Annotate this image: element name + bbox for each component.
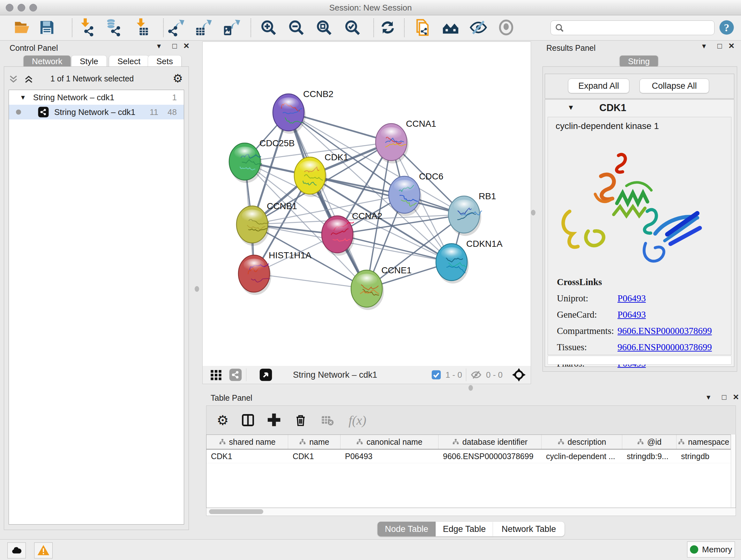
birdseye-toggle-icon[interactable] [259,368,273,381]
create-column-plus-icon[interactable]: ✚ [267,414,281,427]
network-node-cdkn1a[interactable]: CDKN1A [436,239,502,284]
import-network-file-button[interactable] [77,18,96,37]
network-node-cdc6[interactable]: CDC6 [389,172,443,216]
zoom-in-button[interactable] [259,18,278,37]
tab-select[interactable]: Select [109,56,149,67]
hidden-eye-slash-icon[interactable] [470,369,482,381]
table-row[interactable]: CDK1CDK1P064939606.ENSP00000378699cyclin… [206,449,736,463]
table-panel-float-icon[interactable]: □ [722,393,727,401]
results-scrollbar-track[interactable] [548,356,731,365]
save-session-button[interactable] [38,18,56,37]
crosslink-genecard-link[interactable]: P06493 [617,309,646,320]
column-header[interactable]: canonical name [340,435,439,449]
import-table-file-button[interactable] [132,18,151,37]
grid-mode-icon[interactable] [210,368,222,381]
memory-button[interactable]: Memory [687,542,735,557]
table-cell[interactable]: P06493 [340,449,439,463]
tab-network-table[interactable]: Network Table [493,522,564,537]
tab-style[interactable]: Style [71,56,107,67]
network-badge-icon[interactable] [229,368,242,381]
selected-checkbox-icon[interactable] [431,369,442,380]
collapse-all-networks-icon[interactable] [8,74,19,84]
section-expander-icon[interactable]: ▼ [567,104,575,112]
results-panel-menu-icon[interactable]: ▾ [702,42,706,51]
hide-selected-button[interactable] [469,18,488,37]
export-table-button[interactable] [194,18,212,37]
crosslink-compartments-link[interactable]: 9606.ENSP00000378699 [617,326,712,336]
tab-edge-table[interactable]: Edge Table [435,522,493,537]
network-node-hist1h1a[interactable]: HIST1H1A [239,250,312,295]
column-header[interactable]: shared name [206,435,288,449]
network-node-rb1[interactable]: RB1 [448,191,496,236]
crosslink-uniprot-link[interactable]: P06493 [617,293,646,304]
column-header[interactable]: namespace [677,435,731,449]
column-header[interactable]: name [288,435,340,449]
toolbar-separator [374,18,374,37]
table-vscrollbar[interactable] [731,435,736,507]
tab-node-table[interactable]: Node Table [378,522,435,537]
column-header[interactable]: description [542,435,622,449]
export-image-button[interactable] [222,18,241,37]
network-node-cdk1[interactable]: CDK1 [294,152,348,197]
show-all-button[interactable] [497,18,515,37]
control-panel-close-icon[interactable]: ✕ [183,42,190,51]
cloud-status-button[interactable] [7,543,26,558]
network-view-canvas[interactable]: CCNB2CCNA1CDC25BCDK1CDC6RB1CCNB1CCNA2CDK… [202,42,531,366]
left-splitter-handle[interactable] [195,286,199,292]
network-row[interactable]: String Network – cdk1 11 48 [9,105,184,119]
search-input[interactable] [564,23,699,33]
table-cell[interactable]: CDK1 [206,449,288,463]
network-options-gear-icon[interactable]: ⚙ [173,72,183,85]
open-session-button[interactable] [13,18,31,37]
tab-network[interactable]: Network [23,56,71,67]
expand-all-networks-icon[interactable] [23,74,34,84]
network-node-ccnb2[interactable]: CCNB2 [273,89,333,134]
collection-expander-icon[interactable]: ▼ [20,94,26,101]
warnings-button[interactable] [34,543,53,558]
results-panel-close-icon[interactable]: ✕ [728,42,735,51]
delete-column-trash-icon[interactable] [293,413,308,427]
tab-string[interactable]: String [620,56,658,67]
node-table[interactable]: shared namenamecanonical namedatabase id… [206,435,736,508]
right-splitter-handle[interactable] [531,210,536,215]
tab-sets[interactable]: Sets [148,56,181,67]
column-header[interactable]: database identifier [439,435,542,449]
table-panel-menu-icon[interactable]: ▾ [706,393,711,401]
apply-style-button[interactable] [379,18,397,37]
table-cell[interactable]: CDK1 [288,449,340,463]
collapse-all-button[interactable]: Collapse All [639,78,709,93]
zoom-out-button[interactable] [287,18,306,37]
node-section-header[interactable]: ▼ CDK1 [545,100,734,116]
crosslink-tissues-link[interactable]: 9606.ENSP00000378699 [617,342,712,353]
control-panel-float-icon[interactable]: □ [172,42,177,51]
network-node-ccnb1[interactable]: CCNB1 [237,201,297,246]
export-network-button[interactable] [166,18,185,37]
network-node-cdc25b[interactable]: CDC25B [229,138,294,183]
pan-crosshair-icon[interactable] [512,368,526,382]
section-title: CDK1 [599,102,626,114]
zoom-fit-button[interactable] [315,18,333,37]
control-panel-title: Control Panel [10,44,58,53]
table-cell[interactable]: 9606.ENSP00000378699 [439,449,542,463]
clone-network-button[interactable] [413,18,432,37]
import-network-database-button[interactable] [104,18,123,37]
table-cell[interactable]: stringdb:9... [622,449,677,463]
table-hscrollbar-thumb[interactable] [209,509,263,514]
help-button[interactable]: ? [718,18,736,37]
table-options-gear-icon[interactable]: ⚙ [217,413,229,428]
network-node-ccne1[interactable]: CCNE1 [351,265,412,310]
table-hscrollbar[interactable] [206,508,736,516]
bottom-splitter-handle[interactable] [468,385,473,391]
table-cell[interactable]: stringdb [677,449,731,463]
network-collection-row[interactable]: ▼ String Network – cdk1 1 [9,90,184,105]
results-panel-float-icon[interactable]: □ [718,42,722,51]
first-neighbors-button[interactable] [441,18,460,37]
table-cell[interactable]: cyclin-dependent ... [542,449,622,463]
show-columns-icon[interactable] [241,413,255,427]
expand-all-button[interactable]: Expand All [568,78,629,93]
table-panel-close-icon[interactable]: ✕ [733,393,739,401]
column-header[interactable]: @id [622,435,677,449]
control-panel-menu-icon[interactable]: ▾ [157,42,161,51]
network-edge[interactable] [288,112,367,289]
zoom-selected-button[interactable] [343,18,361,37]
